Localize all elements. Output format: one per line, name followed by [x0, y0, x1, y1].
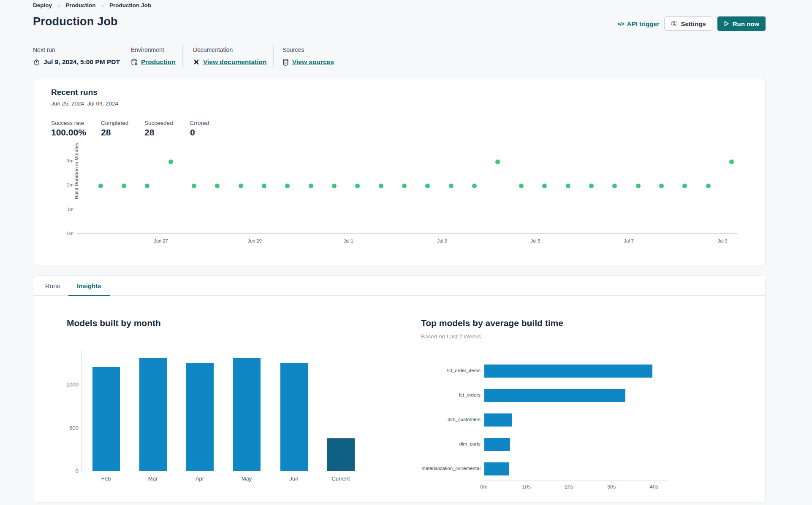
chevron-right-icon: ›: [102, 2, 103, 8]
run-dot[interactable]: [402, 184, 407, 188]
next-run-datetime: Jul 9, 2024, 5:00 PM PDT: [43, 58, 120, 66]
x-axis-tick-label: 20s: [558, 484, 579, 490]
run-dot[interactable]: [192, 184, 196, 188]
errored-label: Errored: [190, 120, 209, 126]
environment-label: Environment: [131, 46, 164, 53]
tab-insights[interactable]: Insights: [68, 276, 110, 296]
month-bar: [139, 358, 167, 471]
run-dot[interactable]: [449, 184, 454, 188]
recent-runs-date-range: Jun 25, 2024–Jul 09, 2024: [51, 100, 118, 107]
y-axis-tick-label: 1m: [57, 207, 73, 212]
run-dot[interactable]: [729, 159, 734, 164]
view-sources-link[interactable]: View sources: [292, 58, 334, 66]
breadcrumb-deploy[interactable]: Deploy: [33, 2, 52, 8]
environment-link[interactable]: Production: [141, 58, 176, 66]
run-dot[interactable]: [589, 184, 594, 188]
api-trigger-label: API trigger: [627, 20, 660, 27]
run-dot[interactable]: [122, 184, 126, 188]
y-axis-tick: [77, 233, 77, 236]
run-dot[interactable]: [285, 184, 290, 188]
next-run-label: Next run: [33, 46, 55, 53]
tab-row: Runs Insights: [33, 276, 765, 296]
chevron-right-icon: ›: [58, 2, 60, 8]
model-bar: [484, 365, 652, 378]
breadcrumb: Deploy › Production › Production Job: [33, 2, 151, 8]
run-dot[interactable]: [425, 184, 430, 188]
success-rate-value: 100.00%: [51, 127, 86, 138]
y-axis-tick-label: 2m: [57, 182, 73, 187]
tab-runs[interactable]: Runs: [37, 276, 68, 296]
database-icon: [282, 59, 289, 66]
top-models-chart-title: Top models by average build time: [421, 318, 563, 328]
run-dot[interactable]: [706, 184, 711, 188]
divider: [273, 45, 274, 67]
y-axis-tick-label: 1000: [62, 381, 79, 388]
dbt-logo-icon: [193, 59, 200, 65]
run-now-button[interactable]: Run now: [717, 16, 766, 31]
run-dot[interactable]: [379, 184, 383, 188]
run-dot[interactable]: [542, 184, 547, 188]
divider: [182, 45, 183, 67]
x-axis-tick: [654, 481, 654, 483]
clock-icon: [33, 59, 40, 66]
model-name-label: fct_order_items: [383, 368, 481, 373]
x-axis-tick-label: Jul 3: [427, 238, 457, 243]
insights-card: Runs Insights Models built by month 0500…: [33, 275, 766, 503]
x-axis-tick-label: 40s: [644, 484, 665, 490]
month-bar: [92, 367, 120, 471]
model-name-label: dim_parts: [383, 441, 481, 446]
run-dot[interactable]: [566, 184, 570, 188]
run-dot[interactable]: [612, 184, 617, 188]
build-duration-scatter-plot: Build Duration in Minutes 0m1m2m3mJun 27…: [77, 159, 738, 233]
models-built-chart-title: Models built by month: [67, 318, 161, 328]
breadcrumb-production[interactable]: Production: [65, 2, 95, 8]
next-run-value: Jul 9, 2024, 5:00 PM PDT: [33, 58, 120, 66]
recent-runs-card: Recent runs Jun 25, 2024–Jul 09, 2024 Su…: [33, 79, 766, 265]
model-bar: [484, 438, 510, 451]
x-axis-tick-label: Jul 7: [614, 238, 644, 243]
x-axis-category-label: Mar: [134, 475, 172, 482]
x-axis-tick-label: Jun 27: [146, 238, 176, 243]
y-axis-tick-label: 500: [62, 425, 79, 431]
x-axis-tick-label: 0m: [473, 484, 494, 490]
run-dot[interactable]: [145, 184, 149, 188]
run-dot[interactable]: [215, 184, 220, 188]
completed-label: Completed: [101, 120, 128, 126]
x-axis-tick: [527, 481, 527, 483]
x-axis-tick-label: 10s: [516, 484, 537, 490]
run-dot[interactable]: [309, 184, 313, 188]
environment-icon: [131, 59, 138, 66]
run-dot[interactable]: [262, 184, 266, 188]
x-axis-tick: [484, 481, 484, 483]
sources-label: Sources: [282, 46, 304, 53]
run-dot[interactable]: [659, 184, 664, 188]
settings-button[interactable]: Settings: [664, 16, 712, 31]
api-trigger-link[interactable]: </> API trigger: [617, 20, 659, 27]
run-dot[interactable]: [495, 159, 500, 164]
page-title: Production Job: [33, 15, 118, 28]
page: Deploy › Production › Production Job Pro…: [33, 0, 766, 505]
run-dot[interactable]: [98, 184, 103, 188]
y-axis-tick-label: 3m: [57, 158, 73, 163]
x-axis-tick-label: Jul 5: [521, 238, 550, 243]
run-dot[interactable]: [519, 184, 524, 188]
x-axis-category-label: Feb: [87, 475, 125, 482]
model-bar: [484, 389, 625, 402]
run-dot[interactable]: [682, 184, 687, 188]
x-axis-tick-label: Jul 1: [334, 238, 363, 243]
x-axis-tick-label: Jul 9: [708, 238, 737, 243]
run-dot[interactable]: [636, 184, 641, 188]
model-name-label: materialization_incremental: [383, 466, 481, 471]
run-dot[interactable]: [332, 184, 337, 188]
errored-value: 0: [190, 127, 195, 138]
x-axis-category-label: Jun: [275, 475, 313, 482]
run-dot[interactable]: [355, 184, 360, 188]
x-axis-line: [77, 233, 738, 234]
run-dot[interactable]: [239, 184, 243, 188]
run-dot[interactable]: [168, 159, 173, 164]
top-models-chart-subtitle: Based on Last 2 Weeks: [421, 333, 481, 340]
view-documentation-link[interactable]: View documentation: [203, 58, 266, 66]
header-actions: </> API trigger Settings Run now: [617, 16, 766, 31]
run-dot[interactable]: [472, 184, 477, 188]
models-built-bar-chart: 05001000FebMarAprMayJunCurrent: [81, 350, 367, 471]
